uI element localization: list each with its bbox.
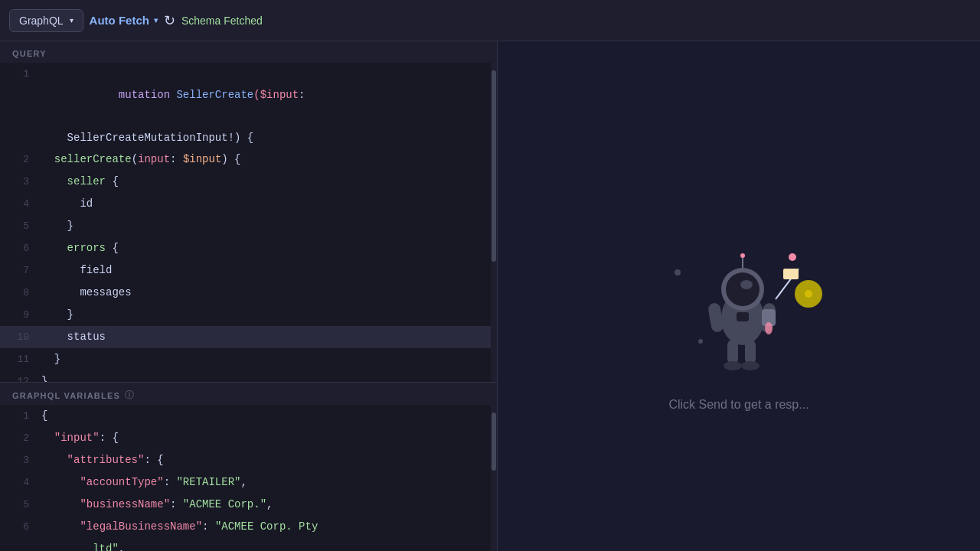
code-line-6: 6 errors { (0, 237, 497, 259)
schema-fetched-badge: Schema Fetched (181, 15, 263, 27)
variables-scrollbar[interactable] (491, 405, 497, 551)
click-send-text: Click Send to get a resp... (668, 398, 808, 412)
left-panel: QUERY 1 mutation SellerCreate($input: Se… (0, 41, 498, 551)
toolbar: GraphQL ▾ Auto Fetch ▾ ↻ Schema Fetched (0, 0, 980, 41)
code-line-1: 1 mutation SellerCreate($input: (0, 63, 497, 127)
svg-rect-9 (727, 340, 738, 364)
code-line-9: 9 } (0, 304, 497, 326)
info-icon[interactable]: ⓘ (125, 389, 134, 402)
right-panel: Click Send to get a resp... (498, 41, 980, 551)
code-line-11: 11 } (0, 348, 497, 370)
svg-point-14 (765, 322, 773, 334)
auto-fetch-label: Auto Fetch (90, 14, 149, 27)
query-editor[interactable]: 1 mutation SellerCreate($input: SellerCr… (0, 63, 497, 382)
variables-scrollbar-thumb (492, 412, 496, 471)
svg-rect-10 (745, 340, 756, 364)
svg-point-11 (724, 361, 742, 370)
svg-rect-7 (707, 302, 724, 333)
var-line-4: 4 "accountType": "RETAILER", (0, 471, 497, 494)
variables-editor[interactable]: 1 { 2 "input": { 3 "attributes": { 4 " (0, 405, 497, 551)
svg-rect-16 (783, 269, 799, 279)
svg-point-6 (740, 280, 753, 289)
main-content: QUERY 1 mutation SellerCreate($input: Se… (0, 41, 980, 551)
query-code-block: 1 mutation SellerCreate($input: SellerCr… (0, 63, 497, 382)
astronaut-illustration (662, 227, 815, 380)
variables-code-block: 1 { 2 "input": { 3 "attributes": { 4 " (0, 405, 497, 551)
svg-rect-19 (737, 312, 749, 321)
refresh-icon: ↻ (164, 12, 175, 29)
variables-header: GRAPHQL VARIABLES ⓘ (0, 383, 497, 405)
var-line-3: 3 "attributes": { (0, 449, 497, 471)
svg-point-12 (741, 361, 760, 370)
code-line-8: 8 messages (0, 282, 497, 304)
query-scrollbar[interactable] (491, 63, 497, 382)
var-line-6b: ltd", (0, 538, 497, 551)
code-line-5: 5 } (0, 215, 497, 237)
query-scrollbar-thumb (492, 70, 496, 262)
variables-label: GRAPHQL VARIABLES (12, 391, 120, 400)
var-line-1: 1 { (0, 405, 497, 427)
var-line-5: 5 "businessName": "ACMEE Corp.", (0, 494, 497, 516)
query-section-label: QUERY (0, 41, 497, 63)
var-line-2: 2 "input": { (0, 427, 497, 449)
dropdown-chevron-icon: ▾ (70, 16, 74, 24)
auto-fetch-button[interactable]: Auto Fetch ▾ (90, 14, 158, 27)
auto-fetch-chevron-icon: ▾ (154, 16, 158, 24)
graphql-label: GraphQL (19, 15, 64, 27)
svg-point-0 (675, 269, 681, 276)
graphql-dropdown[interactable]: GraphQL ▾ (9, 9, 83, 32)
svg-point-5 (726, 272, 760, 306)
svg-point-2 (698, 339, 703, 344)
svg-point-18 (740, 253, 745, 258)
illustration-area: Click Send to get a resp... (662, 227, 815, 412)
refresh-button[interactable]: ↻ (164, 12, 175, 29)
var-line-6: 6 "legalBusinessName": "ACMEE Corp. Pty (0, 516, 497, 538)
code-line-12: 12 } (0, 370, 497, 382)
variables-section: GRAPHQL VARIABLES ⓘ 1 { 2 "input": { 3 (0, 383, 497, 551)
code-line-1b: SellerCreateMutationInput!) { (0, 127, 497, 148)
code-line-3: 3 seller { (0, 171, 497, 193)
code-line-4: 4 id (0, 193, 497, 215)
svg-point-1 (789, 253, 796, 261)
code-line-7: 7 field (0, 259, 497, 282)
code-line-2: 2 sellerCreate(input: $input) { (0, 148, 497, 171)
code-line-10: 10 status (0, 326, 497, 348)
